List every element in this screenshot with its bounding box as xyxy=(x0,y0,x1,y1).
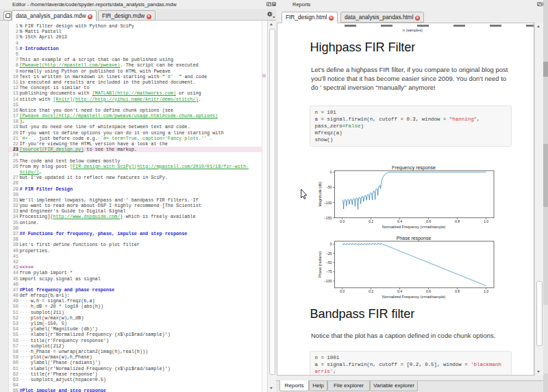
svg-text:0.4: 0.4 xyxy=(397,219,402,223)
svg-text:0.2: 0.2 xyxy=(369,289,373,293)
svg-text:Frequency response: Frequency response xyxy=(392,165,436,171)
svg-text:1.0: 1.0 xyxy=(484,289,488,293)
svg-text:−25: −25 xyxy=(326,252,332,256)
svg-text:0.8: 0.8 xyxy=(455,219,460,223)
svg-text:Normalized Frequency (xπrad/sa: Normalized Frequency (xπrad/sample) xyxy=(382,295,446,299)
svg-text:−50: −50 xyxy=(326,260,332,265)
svg-text:Phase response: Phase response xyxy=(397,236,432,241)
svg-text:0: 0 xyxy=(330,242,332,246)
svg-text:0.6: 0.6 xyxy=(426,289,431,293)
svg-text:−100: −100 xyxy=(324,279,332,283)
svg-text:0: 0 xyxy=(330,170,332,174)
svg-text:0.8: 0.8 xyxy=(455,289,460,293)
svg-text:Phase (radians): Phase (radians) xyxy=(319,252,323,278)
svg-text:0.2: 0.2 xyxy=(369,219,373,223)
svg-text:0.6: 0.6 xyxy=(426,219,431,223)
svg-text:0.0: 0.0 xyxy=(340,219,345,223)
svg-text:−75: −75 xyxy=(326,269,332,273)
svg-text:0.0: 0.0 xyxy=(340,289,345,293)
svg-text:Normalized Frequency (xπrad/sa: Normalized Frequency (xπrad/sample) xyxy=(382,225,446,229)
svg-text:Magnitude (db): Magnitude (db) xyxy=(319,182,323,206)
svg-text:1.0: 1.0 xyxy=(484,219,488,223)
svg-text:−50: −50 xyxy=(326,185,332,189)
svg-text:−150: −150 xyxy=(324,216,332,220)
svg-text:−100: −100 xyxy=(324,201,332,205)
svg-text:0.4: 0.4 xyxy=(397,289,402,293)
